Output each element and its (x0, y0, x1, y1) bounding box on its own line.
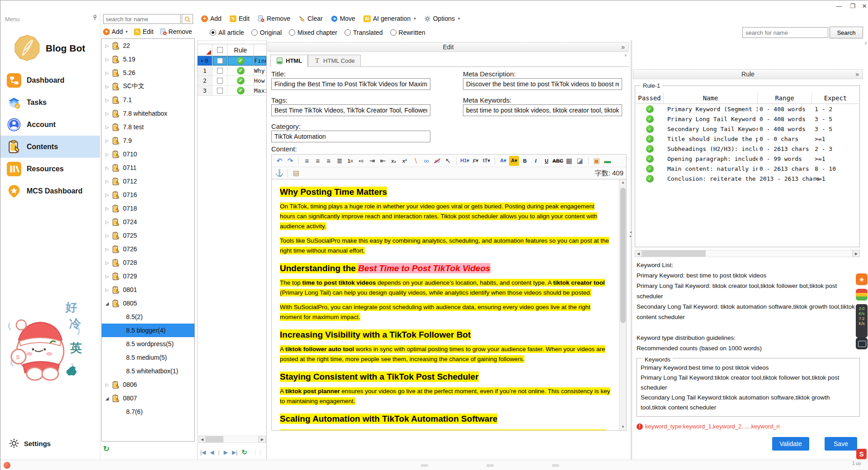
tree-add-button[interactable]: + Add ▾ (103, 28, 127, 35)
superscript-icon[interactable]: x² (400, 156, 410, 166)
filter-radio-mixed-chapter[interactable]: Mixed chapter (289, 29, 337, 36)
collapsed-arrow-icon[interactable]: ▷ (105, 111, 111, 116)
sidebar-item-mcs-dashboard[interactable]: MCS Dashboard (0, 180, 100, 202)
tree-item-8-5-medium-5[interactable]: 8.5 medium(5) (102, 351, 194, 364)
rule-search-input[interactable] (742, 27, 828, 38)
collapsed-arrow-icon[interactable]: ▷ (105, 179, 111, 184)
taskbar-item[interactable] (552, 464, 559, 467)
rule-column-header-expect[interactable]: Expect (812, 92, 859, 103)
options-button[interactable]: Options▾ (424, 15, 460, 22)
grid-horizontal-scrollbar[interactable]: ◀ ▶ (198, 436, 266, 443)
add-button[interactable]: +Add (201, 15, 222, 22)
grid-rule-column-header[interactable]: Rule (227, 44, 254, 56)
insert-table-icon[interactable]: ▦ (564, 156, 574, 166)
underline-icon[interactable]: U (542, 156, 552, 166)
insert-image-icon[interactable]: ▣ (592, 156, 602, 166)
insert-horizontal-rule-icon[interactable]: ▬ (603, 156, 613, 166)
collapsed-arrow-icon[interactable]: ▷ (105, 220, 111, 225)
editor-scroll-thumb[interactable] (620, 188, 626, 323)
table-row[interactable]: 1✓Why (198, 66, 267, 76)
row-checkbox[interactable] (212, 76, 227, 86)
collapse-icon[interactable]: » (855, 70, 859, 78)
filter-radio-original[interactable]: Original (251, 29, 282, 36)
tree-edit-button[interactable]: ✎ Edit (134, 28, 153, 35)
pin-icon[interactable] (92, 14, 98, 21)
grid-scroll-thumb[interactable] (206, 436, 223, 442)
tree-item-sc[interactable]: ▷SC中文 (102, 80, 194, 93)
tree-item-5-26[interactable]: ▷5.26 (102, 66, 194, 80)
editor-content-box[interactable]: Why Posting Time MattersOn TikTok, timin… (271, 179, 627, 431)
tree-item-0711[interactable]: ▷0711 (102, 161, 194, 174)
sidebar-item-resources[interactable]: Resources (0, 158, 100, 180)
link-icon[interactable]: ∞ (421, 156, 431, 166)
format-brush-icon[interactable]: ∖ (410, 156, 420, 166)
unlink-icon[interactable]: ∞ (432, 156, 442, 166)
minimize-icon[interactable]: — (833, 2, 845, 11)
scroll-left-icon[interactable]: ◀ (635, 250, 642, 257)
search-button[interactable]: Search (830, 27, 863, 38)
tab-html-code[interactable]: THTML Code (308, 55, 361, 66)
filter-radio-translated[interactable]: Translated (344, 29, 383, 36)
subscript-icon[interactable]: x₂ (389, 156, 399, 166)
rule-row[interactable]: ✓Primary Long Tail Keyword (Se...0 - 408… (636, 114, 859, 124)
sidebar-item-dashboard[interactable]: Dashboard (0, 69, 100, 91)
highlight-color-icon[interactable]: A▾ (509, 156, 519, 166)
rule-column-header-range[interactable]: Range (758, 92, 812, 103)
align-left-icon[interactable]: ≡ (302, 156, 312, 166)
tree-search-button[interactable] (182, 14, 193, 24)
next-page-icon[interactable]: ▶ (224, 449, 228, 456)
table-row[interactable]: 2✓How (198, 76, 267, 86)
rule-status[interactable]: ✓ (227, 56, 254, 66)
rule-row[interactable]: ✓Main content: naturally inser...0 - 261… (636, 164, 859, 174)
grid-select-all-checkbox[interactable] (212, 44, 227, 56)
row-index[interactable]: 1 (198, 66, 212, 76)
rule-status[interactable]: ✓ (227, 66, 254, 76)
align-justify-icon[interactable]: ≣ (335, 156, 344, 166)
collapsed-arrow-icon[interactable]: ▷ (105, 233, 111, 238)
tree-item-5-19[interactable]: ▷5.19 (102, 52, 194, 66)
font-color-icon[interactable]: A▾ (498, 156, 508, 166)
close-icon[interactable]: ✕ (859, 2, 868, 11)
font-style-icon[interactable]: F▾ (471, 156, 481, 166)
outdent-icon[interactable]: ⇤ (378, 156, 388, 166)
scroll-right-icon[interactable]: ▶ (853, 250, 860, 257)
bullet-list-icon[interactable]: •≡ (356, 156, 366, 166)
chevron-down-icon[interactable]: ∨ (864, 41, 867, 45)
refresh-icon[interactable]: ↻ (103, 444, 109, 454)
editor-content[interactable]: Why Posting Time MattersOn TikTok, timin… (272, 179, 619, 430)
rule-status[interactable]: ✓ (227, 86, 254, 96)
move-button[interactable]: Move (331, 15, 355, 22)
network-speed-indicator[interactable]: 2.0 K/s 7.2 K/s (856, 304, 868, 338)
rule-scroll-thumb[interactable] (642, 250, 706, 257)
meta-keywords-field[interactable] (463, 104, 622, 116)
collapse-icon[interactable]: » (621, 43, 625, 51)
tree-item-7-1[interactable]: ▷7.1 (102, 93, 194, 107)
ai-generation-button[interactable]: AiAI generation▾ (363, 15, 416, 22)
row-checkbox[interactable] (212, 66, 227, 76)
row-index[interactable]: 2 (198, 76, 212, 86)
clear-button[interactable]: Clear (298, 15, 322, 22)
rule-column-header-passed[interactable]: Passed (636, 92, 664, 103)
collapsed-arrow-icon[interactable]: ▷ (105, 165, 111, 170)
scroll-right-icon[interactable]: ▶ (259, 436, 266, 443)
article-title[interactable]: Maxi (254, 86, 267, 96)
rule-row[interactable]: ✓Secondary Long Tail Keyword (...0 - 408… (636, 124, 859, 134)
align-right-icon[interactable]: ≡ (324, 156, 334, 166)
meta-description-field[interactable] (463, 78, 622, 90)
grid-corner-cell[interactable] (198, 44, 212, 56)
app-badge-icon[interactable]: S (856, 449, 867, 459)
tree-item-8-5-blogger-4[interactable]: 8.5 blogger(4) (102, 324, 194, 337)
tree-item-0728[interactable]: ▷0728 (102, 256, 194, 269)
italic-icon[interactable]: I (531, 156, 541, 166)
row-checkbox[interactable] (212, 56, 227, 66)
numbered-list-icon[interactable]: 1≡ (345, 156, 355, 166)
expanded-arrow-icon[interactable]: ◢ (105, 301, 111, 306)
tree-item-0724[interactable]: ▷0724 (102, 215, 194, 229)
collapsed-arrow-icon[interactable]: ▷ (105, 260, 111, 265)
collapsed-arrow-icon[interactable]: ▷ (105, 152, 111, 157)
collapsed-arrow-icon[interactable]: ▷ (105, 287, 111, 292)
scroll-down-icon[interactable]: ▼ (619, 424, 627, 430)
tree-item-22[interactable]: ▷22 (102, 39, 194, 52)
tree-item-0807[interactable]: ◢0807 (102, 391, 194, 405)
edit-button[interactable]: ✎Edit (230, 15, 250, 22)
